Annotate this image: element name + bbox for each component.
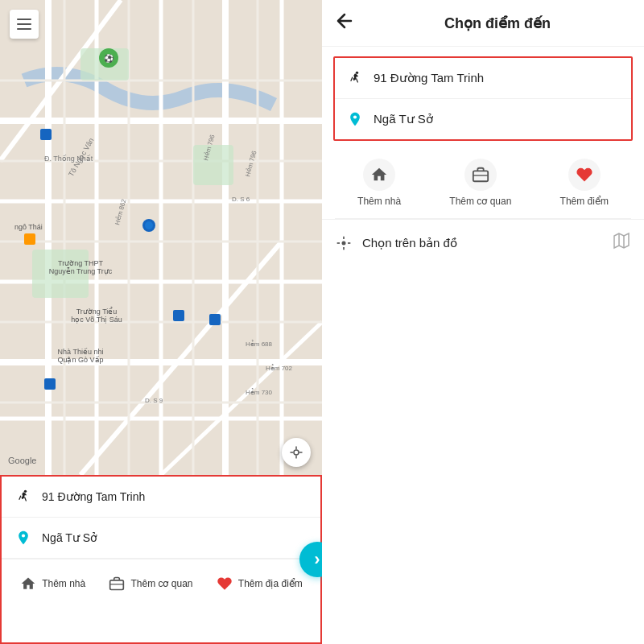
- pin-map-icon: [335, 234, 353, 252]
- pin-cyan-icon: [346, 110, 364, 128]
- route-origin-text: 91 Đường Tam Trinh: [42, 490, 145, 503]
- heart-icon: [568, 159, 601, 191]
- svg-text:Nhà Thiếu nhi: Nhà Thiếu nhi: [58, 348, 104, 356]
- right-header: Chọn điểm đến: [322, 0, 644, 47]
- svg-text:Trường THPT: Trường THPT: [58, 259, 104, 267]
- svg-text:học Võ Thị Sáu: học Võ Thị Sáu: [71, 316, 122, 324]
- quick-add-work[interactable]: Thêm cơ quan: [449, 159, 511, 207]
- menu-line: [17, 28, 31, 30]
- home-icon: [19, 575, 37, 592]
- add-home-label: Thêm nhà: [42, 578, 85, 589]
- destination-list: 91 Đường Tam Trinh Ngã Tư Sở: [333, 56, 633, 141]
- svg-text:D. S 6: D. S 6: [232, 196, 250, 203]
- map-icon: [612, 231, 631, 254]
- svg-point-52: [294, 450, 299, 455]
- choose-on-map[interactable]: Chọn trên bản đồ: [322, 219, 644, 266]
- briefcase-icon: [464, 159, 497, 191]
- menu-line: [17, 19, 31, 20]
- right-panel-title: Chọn điểm đến: [364, 14, 631, 32]
- route-destination: Ngã Tư Sở: [2, 518, 320, 559]
- home-icon: [363, 159, 395, 191]
- map-container: ⚽ Tô Ngọc Vân Đ. Thống Nhất D. S 9 Hẻm 7…: [0, 0, 322, 475]
- dest-origin-text: 91 Đường Tam Trinh: [374, 71, 484, 85]
- svg-rect-42: [173, 310, 184, 321]
- bottom-actions: Thêm nhà Thêm cơ quan Th: [2, 559, 320, 607]
- svg-text:Nguyễn Trung Trực: Nguyễn Trung Trực: [49, 267, 113, 275]
- dest-item-origin[interactable]: 91 Đường Tam Trinh: [335, 58, 631, 99]
- svg-rect-24: [193, 145, 233, 185]
- svg-rect-59: [110, 580, 124, 589]
- runner-icon: [14, 488, 32, 506]
- svg-text:Đ. Thống Nhất: Đ. Thống Nhất: [44, 155, 93, 163]
- dest-item-destination[interactable]: Ngã Tư Sở: [335, 99, 631, 139]
- dest-destination-text: Ngã Tư Sở: [374, 112, 433, 126]
- svg-point-57: [24, 490, 27, 493]
- briefcase-icon: [108, 575, 126, 592]
- svg-point-58: [22, 534, 25, 537]
- map-option-text: Chọn trên bản đồ: [362, 236, 602, 250]
- svg-rect-27: [209, 314, 221, 325]
- crosshair-icon: [289, 445, 303, 460]
- svg-text:⚽: ⚽: [104, 53, 114, 64]
- svg-text:Hẻm 702: Hẻm 702: [266, 364, 293, 372]
- svg-point-32: [145, 221, 153, 229]
- svg-text:Hẻm 730: Hẻm 730: [246, 388, 273, 396]
- svg-rect-63: [473, 171, 488, 181]
- map-svg: ⚽ Tô Ngọc Vân Đ. Thống Nhất D. S 9 Hẻm 7…: [0, 0, 322, 475]
- svg-rect-39: [24, 233, 35, 245]
- svg-point-65: [342, 241, 346, 245]
- pin-icon: [14, 529, 32, 547]
- menu-button[interactable]: [10, 10, 39, 39]
- heart-icon: [216, 575, 233, 592]
- route-panel: 91 Đường Tam Trinh Ngã Tư Sở Thêm n: [0, 475, 322, 644]
- runner-icon: [346, 69, 364, 87]
- add-home-button[interactable]: Thêm nhà: [19, 575, 85, 592]
- route-origin: 91 Đường Tam Trinh: [2, 477, 320, 518]
- svg-text:Trường Tiểu: Trường Tiểu: [76, 307, 118, 316]
- back-button[interactable]: [335, 11, 354, 35]
- svg-point-62: [353, 115, 357, 118]
- route-dest-text: Ngã Tư Sở: [42, 531, 97, 544]
- right-panel: Chọn điểm đến 91 Đường Tam Trinh Ngã Tư …: [322, 0, 644, 644]
- quick-add-place[interactable]: Thêm điểm: [560, 159, 609, 207]
- svg-text:D. S 9: D. S 9: [145, 397, 163, 404]
- svg-rect-26: [40, 129, 52, 140]
- map-panel: ⚽ Tô Ngọc Vân Đ. Thống Nhất D. S 9 Hẻm 7…: [0, 0, 322, 644]
- quick-add-work-label: Thêm cơ quan: [449, 196, 511, 207]
- add-work-label: Thêm cơ quan: [130, 578, 192, 589]
- location-button[interactable]: [282, 438, 311, 467]
- quick-add-home-label: Thêm nhà: [357, 196, 401, 207]
- svg-rect-28: [44, 378, 56, 390]
- add-work-button[interactable]: Thêm cơ quan: [108, 575, 192, 592]
- svg-text:Hẻm 688: Hẻm 688: [246, 340, 273, 348]
- svg-text:Quận Gò Vấp: Quận Gò Vấp: [57, 356, 103, 364]
- google-logo: Google: [8, 456, 36, 465]
- add-place-label: Thêm địa điểm: [238, 578, 303, 589]
- menu-line: [17, 23, 31, 25]
- add-place-button[interactable]: Thêm địa điểm: [216, 575, 303, 592]
- quick-add-place-label: Thêm điểm: [560, 196, 609, 207]
- svg-text:ngô Thái: ngô Thái: [14, 223, 43, 231]
- quick-add-home[interactable]: Thêm nhà: [357, 159, 401, 207]
- svg-point-61: [356, 72, 358, 74]
- back-arrow-icon: [335, 11, 354, 31]
- quick-add-row: Thêm nhà Thêm cơ quan Thêm điểm: [322, 151, 644, 215]
